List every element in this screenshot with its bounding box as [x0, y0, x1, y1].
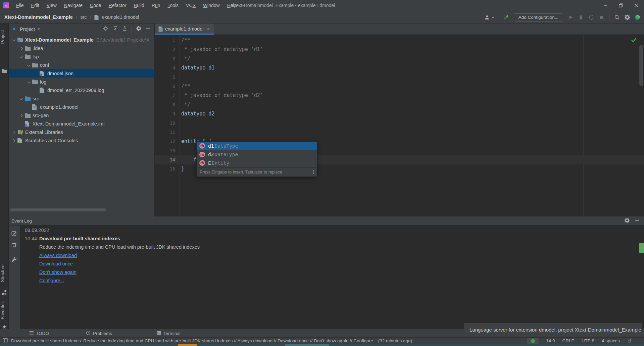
menu-code[interactable]: Code — [86, 0, 105, 11]
mark-all-read-icon[interactable] — [11, 231, 17, 238]
tree-item-iml-file[interactable]: Xtext-Domainmodel_Example.iml — [9, 119, 154, 128]
code-line[interactable]: 3 */ — [155, 54, 644, 63]
horizontal-scrollbar[interactable] — [10, 208, 106, 211]
indent-widget[interactable]: 4 spaces — [602, 338, 620, 343]
language-server-status[interactable] — [527, 338, 539, 344]
line-number[interactable]: 9 — [155, 109, 180, 118]
line-number[interactable]: 10 — [155, 119, 180, 128]
caret-position-widget[interactable]: 14:9 — [546, 338, 555, 343]
code-line[interactable]: 5 — [155, 73, 644, 82]
tree-item-dmodel-err-log[interactable]: dmodel_err_20220909.log — [9, 86, 154, 94]
expand-all-icon[interactable] — [113, 26, 118, 32]
line-number[interactable]: 7 — [155, 91, 180, 100]
menu-file[interactable]: File — [12, 0, 28, 11]
code-line[interactable]: 6/** — [155, 82, 644, 91]
unlock-icon[interactable] — [627, 338, 632, 344]
chevron-down-icon[interactable] — [11, 36, 17, 44]
project-panel-title[interactable]: Project — [20, 27, 35, 32]
menu-window[interactable]: Window — [199, 0, 224, 11]
tool-window-button-favorites[interactable]: Favorites — [0, 301, 9, 319]
settings-gear-icon[interactable] — [625, 218, 630, 224]
menu-edit[interactable]: Edit — [28, 0, 43, 11]
tool-window-button-problems[interactable]: Problems — [86, 331, 112, 336]
line-number[interactable]: 2 — [155, 45, 180, 54]
code-line[interactable]: 2 * javadoc of datatype 'd1' — [155, 45, 644, 54]
code-line[interactable]: 11 — [155, 128, 644, 137]
trash-icon[interactable] — [12, 242, 17, 249]
structure-icon[interactable] — [2, 290, 7, 295]
dont-show-again-link[interactable]: Don't show again — [39, 269, 77, 275]
menu-tools[interactable]: Tools — [164, 0, 182, 11]
tool-window-button-structure[interactable]: Structure — [0, 264, 9, 282]
stop-icon[interactable] — [599, 14, 605, 20]
line-number[interactable]: 14 — [155, 155, 180, 164]
chevron-down-icon[interactable] — [18, 52, 25, 61]
menu-run[interactable]: Run — [148, 0, 164, 11]
tree-item-scratches[interactable]: Scratches and Consoles — [9, 136, 154, 145]
line-number[interactable]: 4 — [155, 63, 180, 72]
search-everywhere-icon[interactable] — [614, 14, 620, 20]
line-number[interactable]: 12 — [155, 137, 180, 146]
download-once-link[interactable]: Download once — [39, 261, 73, 266]
menu-view[interactable]: View — [43, 0, 60, 11]
coverage-icon[interactable] — [588, 14, 594, 20]
close-tab-icon[interactable]: ✕ — [206, 27, 210, 32]
tool-window-button-project[interactable]: Project — [0, 30, 9, 44]
chevron-down-icon[interactable] — [26, 78, 32, 86]
encoding-widget[interactable]: UTF-8 — [582, 338, 594, 343]
add-configuration-button[interactable]: Add Configuration... — [514, 13, 563, 21]
menu-navigate[interactable]: Navigate — [60, 0, 86, 11]
restore-button[interactable] — [613, 0, 629, 11]
code-line[interactable]: 10 — [155, 119, 644, 128]
tree-item-project-root[interactable]: Xtext-Domainmodel_Example C:\dev\Intelli… — [9, 36, 154, 44]
chevron-down-icon[interactable] — [38, 29, 40, 30]
menu-refactor[interactable]: Refactor — [105, 0, 130, 11]
completion-item-d1[interactable]: m̂ d1DataType — [197, 142, 317, 150]
tree-item-example1-dmodel[interactable]: example1.dmodel — [9, 103, 154, 111]
chevron-right-icon[interactable] — [18, 44, 25, 52]
chevron-down-icon[interactable] — [492, 17, 494, 18]
chevron-right-icon[interactable] — [11, 136, 17, 145]
wrench-icon[interactable] — [12, 257, 17, 263]
completion-item-E[interactable]: m̂ EEntity — [197, 159, 317, 167]
tree-item-src-gen[interactable]: src-gen — [9, 111, 154, 119]
minimize-button[interactable] — [598, 0, 613, 11]
folder-icon[interactable] — [2, 68, 7, 74]
locate-file-icon[interactable] — [103, 26, 108, 33]
code-line[interactable]: 9datatype d2 — [155, 109, 644, 118]
run-icon[interactable] — [567, 14, 574, 20]
tool-window-button-terminal[interactable]: Terminal — [156, 331, 181, 336]
line-number[interactable]: 15 — [155, 164, 180, 174]
menu-build[interactable]: Build — [130, 0, 148, 11]
code-with-me-icon[interactable] — [635, 14, 641, 20]
breadcrumb-folder[interactable]: src — [81, 14, 87, 20]
vertical-scrollbar[interactable] — [639, 45, 643, 86]
completion-item-d2[interactable]: m̂ d2DataType — [197, 150, 317, 159]
tree-item-src[interactable]: src — [9, 94, 154, 103]
collapse-all-icon[interactable] — [122, 26, 127, 32]
code-line[interactable]: 7 * javadoc of datatype 'd2' — [155, 91, 644, 100]
breadcrumb-file[interactable]: example1.dmodel — [102, 14, 139, 20]
menu-vcs[interactable]: VCS — [182, 0, 199, 11]
line-number[interactable]: 8 — [155, 100, 180, 109]
tree-item-conf[interactable]: conf — [9, 61, 154, 69]
chevron-right-icon[interactable] — [18, 111, 25, 119]
settings-gear-icon[interactable] — [136, 26, 141, 32]
hide-panel-icon[interactable] — [146, 26, 150, 32]
line-number[interactable]: 13 — [155, 146, 180, 155]
debug-bug-icon[interactable] — [578, 14, 584, 20]
configure-link[interactable]: Configure... — [39, 278, 64, 283]
tool-window-button-todo[interactable]: TODO — [29, 331, 49, 336]
inspections-ok-icon[interactable] — [631, 38, 637, 44]
code-line[interactable]: 1/** — [155, 36, 644, 45]
breadcrumb-project[interactable]: Xtext-Domainmodel_Example — [4, 14, 73, 20]
code-line[interactable]: 4datatype d1 — [155, 63, 644, 72]
line-number[interactable]: 11 — [155, 128, 180, 137]
close-button[interactable] — [629, 0, 644, 11]
status-message[interactable]: Download pre-built shared indexes: Reduc… — [11, 338, 412, 343]
tree-item-dmodel-json[interactable]: dmodel.json — [9, 69, 154, 78]
user-profile-icon[interactable] — [484, 14, 490, 20]
code-line[interactable]: 8 */ — [155, 100, 644, 109]
tree-item-log[interactable]: log — [9, 78, 154, 86]
always-download-link[interactable]: Always download — [39, 253, 77, 258]
